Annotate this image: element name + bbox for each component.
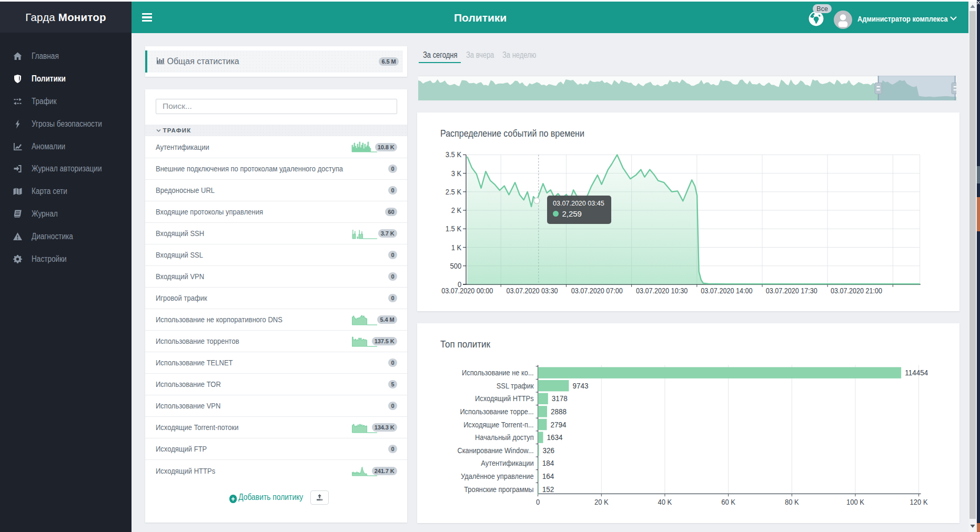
- svg-text:2888: 2888: [551, 407, 567, 416]
- svg-text:326: 326: [542, 446, 554, 455]
- svg-text:0: 0: [536, 498, 540, 507]
- svg-text:03.07.2020 10:30: 03.07.2020 10:30: [636, 287, 688, 295]
- svg-text:03.07.2020 21:00: 03.07.2020 21:00: [831, 287, 883, 295]
- svg-text:03.07.2020 14:00: 03.07.2020 14:00: [701, 287, 753, 295]
- svg-text:Исходящий HTTPs: Исходящий HTTPs: [475, 395, 534, 403]
- svg-text:Троянские программы: Троянские программы: [464, 485, 533, 494]
- svg-text:Использование не ко...: Использование не ко...: [462, 369, 534, 377]
- svg-text:152: 152: [542, 485, 554, 494]
- svg-text:500: 500: [450, 262, 461, 270]
- svg-text:1 K: 1 K: [451, 243, 461, 251]
- svg-text:03.07.2020 17:30: 03.07.2020 17:30: [765, 287, 817, 295]
- svg-text:SSL трафик: SSL трафик: [497, 382, 534, 390]
- svg-text:164: 164: [542, 472, 554, 480]
- svg-text:Удалённое управление: Удалённое управление: [461, 472, 534, 480]
- svg-text:Аутентификации: Аутентификации: [481, 459, 533, 468]
- svg-text:60 K: 60 K: [721, 498, 736, 507]
- svg-text:03.07.2020 00:00: 03.07.2020 00:00: [441, 287, 493, 295]
- svg-text:3178: 3178: [552, 394, 568, 403]
- svg-text:Использование торре...: Использование торре...: [460, 407, 533, 416]
- svg-text:1634: 1634: [547, 433, 562, 442]
- svg-text:2794: 2794: [550, 420, 566, 429]
- svg-text:1.5 K: 1.5 K: [446, 224, 462, 233]
- svg-text:184: 184: [542, 459, 554, 468]
- svg-text:3 K: 3 K: [451, 169, 461, 178]
- svg-text:114454: 114454: [905, 369, 928, 377]
- svg-text:20 K: 20 K: [594, 498, 609, 507]
- svg-text:Сканирование Window...: Сканирование Window...: [457, 446, 533, 455]
- svg-text:Начальный доступ: Начальный доступ: [475, 433, 534, 442]
- svg-text:120 K: 120 K: [910, 498, 928, 507]
- svg-text:03.07.2020 07:00: 03.07.2020 07:00: [571, 287, 623, 295]
- svg-text:2.5 K: 2.5 K: [446, 188, 462, 196]
- svg-text:100 K: 100 K: [846, 498, 865, 507]
- svg-text:Исходящие Torrent-п...: Исходящие Torrent-п...: [463, 421, 533, 429]
- svg-text:2 K: 2 K: [451, 206, 461, 214]
- svg-text:40 K: 40 K: [658, 498, 672, 507]
- svg-text:80 K: 80 K: [785, 498, 800, 507]
- svg-text:3.5 K: 3.5 K: [446, 150, 462, 159]
- svg-text:9743: 9743: [572, 381, 588, 390]
- svg-text:03.07.2020 03:30: 03.07.2020 03:30: [506, 287, 558, 295]
